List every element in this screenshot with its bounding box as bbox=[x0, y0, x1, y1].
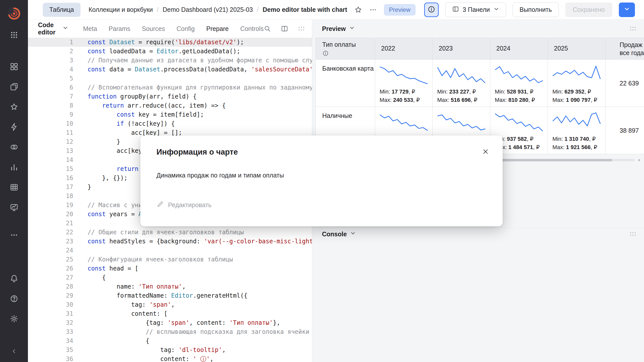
tab-sources[interactable]: Sources bbox=[142, 25, 165, 32]
code-text bbox=[73, 219, 88, 228]
breadcrumb-item[interactable]: Коллекции и воркбуки bbox=[89, 6, 153, 13]
line-number: 34 bbox=[28, 336, 73, 345]
code-line[interactable]: 6// Вспомогательная функция для группиро… bbox=[28, 83, 312, 92]
settings-gear-icon[interactable] bbox=[9, 313, 20, 324]
line-number: 32 bbox=[28, 318, 73, 327]
breadcrumb: Коллекции и воркбуки/Demo Dashboard (v21… bbox=[89, 6, 347, 13]
monitoring-icon[interactable] bbox=[9, 202, 20, 213]
title-actions: Preview bbox=[354, 4, 415, 16]
collections-icon[interactable] bbox=[9, 81, 20, 92]
sparkline-chart bbox=[379, 110, 429, 135]
code-line[interactable]: 26const head = [ bbox=[28, 264, 312, 273]
code-line[interactable]: 30 tag: 'span', bbox=[28, 300, 312, 309]
entity-type-chip[interactable]: Таблица bbox=[43, 3, 80, 17]
total-value: 22 639 bbox=[620, 79, 639, 87]
close-icon[interactable] bbox=[480, 146, 491, 157]
row-label: Наличные bbox=[316, 107, 375, 119]
save-dropdown-button[interactable] bbox=[619, 3, 635, 17]
tab-params[interactable]: Params bbox=[109, 25, 130, 32]
code-line[interactable]: 1const Dataset = require('libs/dataset/v… bbox=[28, 38, 312, 47]
split-view-icon[interactable] bbox=[281, 25, 288, 32]
preview-section-toggle[interactable]: Preview bbox=[322, 25, 355, 32]
total-header-label: Продажвсе года bbox=[606, 38, 644, 57]
tab-config[interactable]: Config bbox=[177, 25, 195, 32]
chart-info-button[interactable] bbox=[424, 3, 439, 17]
tab-meta[interactable]: Meta bbox=[83, 25, 97, 32]
app-logo[interactable] bbox=[7, 6, 21, 22]
editor-tabs: MetaParamsSourcesConfigPrepareControls bbox=[83, 25, 264, 32]
code-text: const head = [ bbox=[73, 264, 138, 273]
dialog-title: Информация о чарте bbox=[156, 147, 487, 157]
editor-title: Code editor bbox=[38, 21, 59, 36]
column-header-year: 2022 bbox=[375, 38, 433, 60]
more-icon[interactable] bbox=[9, 230, 20, 241]
code-text: }, {}); bbox=[73, 173, 128, 183]
code-line[interactable]: 10 if (!acc[key]) { bbox=[28, 119, 312, 128]
tab-controls[interactable]: Controls bbox=[240, 25, 264, 32]
code-line[interactable]: 28 name: 'Тип оплаты', bbox=[28, 282, 312, 291]
code-line[interactable]: 5 bbox=[28, 74, 312, 83]
code-text: return arr.reduce((acc, item) => { bbox=[73, 101, 226, 110]
sparkline-chart bbox=[551, 110, 602, 135]
code-line[interactable]: 27 { bbox=[28, 273, 312, 282]
code-line[interactable]: 29 formattedName: Editor.generateHtml({ bbox=[28, 291, 312, 300]
linked-circles-icon[interactable] bbox=[9, 142, 20, 153]
drag-handle-icon[interactable] bbox=[629, 232, 636, 237]
code-line[interactable]: 31 content: [ bbox=[28, 309, 312, 318]
help-icon[interactable] bbox=[9, 293, 20, 304]
console-section-toggle[interactable]: Console bbox=[322, 230, 356, 238]
code-line[interactable]: 3// Получаем данные из датасета в удобно… bbox=[28, 56, 312, 65]
code-line[interactable]: 8 return arr.reduce((acc, item) => { bbox=[28, 101, 312, 110]
code-line[interactable]: 33 // всплывающая подсказка для заголовк… bbox=[28, 327, 312, 336]
breadcrumb-item[interactable]: Demo editor table with chart bbox=[263, 6, 347, 13]
drag-handle-icon[interactable] bbox=[629, 26, 636, 31]
scroll-right-icon[interactable] bbox=[637, 158, 642, 163]
line-number: 31 bbox=[28, 309, 73, 318]
code-text: if (!acc[key]) { bbox=[73, 119, 175, 128]
tab-prepare[interactable]: Prepare bbox=[206, 25, 229, 32]
favorites-star-icon[interactable] bbox=[9, 101, 20, 112]
charts-icon[interactable] bbox=[9, 162, 20, 173]
dashboards-icon[interactable] bbox=[9, 61, 20, 72]
more-options-icon[interactable] bbox=[369, 6, 377, 14]
code-line[interactable]: 36 content: ' ⓘ', bbox=[28, 354, 312, 362]
line-number: 16 bbox=[28, 173, 73, 183]
favorite-star-icon[interactable] bbox=[354, 6, 362, 14]
drag-handle-icon[interactable] bbox=[298, 26, 305, 31]
code-line[interactable]: 22// Общие стили для ячеек-заголовков та… bbox=[28, 228, 312, 237]
tables-icon[interactable] bbox=[9, 182, 20, 193]
code-line[interactable]: 7function groupBy(arr, field) { bbox=[28, 92, 312, 101]
notifications-bell-icon[interactable] bbox=[9, 273, 20, 284]
code-line[interactable]: 25// Конфигурация ячеек-заголовков табли… bbox=[28, 255, 312, 264]
code-line[interactable]: 2const loadedData = Editor.getLoadedData… bbox=[28, 47, 312, 56]
info-icon[interactable] bbox=[322, 50, 329, 57]
sparkline-chart bbox=[494, 63, 544, 87]
code-line[interactable]: 24 bbox=[28, 246, 312, 255]
preview-badge: Preview bbox=[384, 4, 415, 16]
code-line[interactable]: 34 { bbox=[28, 336, 312, 345]
sparkline-chart bbox=[494, 110, 544, 135]
dialog-footer: Редактировать bbox=[156, 200, 487, 209]
row-label: Банковская карта bbox=[316, 60, 375, 72]
code-line[interactable]: 35 tag: 'dl-tooltip', bbox=[28, 345, 312, 354]
collapse-sidebar-icon[interactable] bbox=[9, 347, 20, 355]
code-line[interactable]: 23const headStyles = {background: 'var(-… bbox=[28, 237, 312, 246]
sparkline-cell: Min: 528 931, ₽Max: 810 280, ₽ bbox=[490, 60, 548, 107]
min-value: Min: 629 352, ₽ bbox=[551, 87, 602, 96]
editor-mode-dropdown[interactable]: Code editor bbox=[38, 21, 68, 36]
editor-actions bbox=[264, 25, 305, 32]
panels-button[interactable]: 3 Панели bbox=[445, 3, 506, 17]
line-number: 23 bbox=[28, 237, 73, 246]
line-number: 20 bbox=[28, 210, 73, 219]
run-button[interactable]: Выполнить bbox=[513, 3, 558, 17]
code-text bbox=[73, 192, 88, 201]
code-line[interactable]: 32 {tag: 'span', content: 'Тип оплаты'}, bbox=[28, 318, 312, 327]
apps-grid-icon[interactable] bbox=[9, 29, 20, 40]
code-text: const data = Dataset.processData(loadedD… bbox=[73, 65, 312, 74]
code-line[interactable]: 9 const key = item[field]; bbox=[28, 110, 312, 119]
editor-lightning-icon[interactable] bbox=[9, 121, 20, 132]
search-icon[interactable] bbox=[264, 25, 271, 32]
edit-button[interactable]: Редактировать bbox=[156, 200, 212, 209]
code-line[interactable]: 4const data = Dataset.processData(loaded… bbox=[28, 65, 312, 74]
breadcrumb-item[interactable]: Demo Dashboard (v21) 2025-03 bbox=[163, 6, 253, 13]
